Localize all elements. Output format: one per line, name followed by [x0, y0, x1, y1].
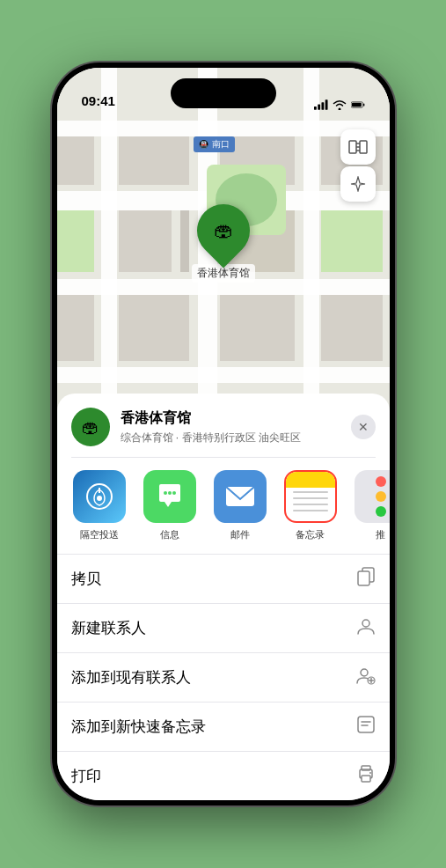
svg-rect-53: [362, 776, 370, 782]
svg-rect-24: [321, 295, 383, 361]
messages-icon-wrap: [143, 470, 196, 523]
svg-rect-2: [321, 102, 324, 109]
place-icon: 🏟: [71, 408, 110, 446]
svg-rect-25: [57, 136, 94, 185]
action-copy-label: 拷贝: [71, 569, 101, 589]
south-entrance-label: 🚇 南口: [194, 136, 236, 152]
place-name: 香港体育馆: [121, 409, 351, 428]
new-contact-icon: [356, 616, 376, 640]
action-add-contact-label: 添加到现有联系人: [71, 667, 191, 688]
svg-point-44: [362, 620, 369, 627]
share-more[interactable]: 推: [353, 470, 390, 541]
action-copy[interactable]: 拷贝: [57, 554, 390, 603]
svg-rect-54: [362, 766, 370, 770]
status-time: 09:41: [82, 93, 115, 110]
action-new-contact[interactable]: 新建联系人: [57, 603, 390, 652]
svg-rect-6: [351, 103, 361, 107]
battery-icon: [351, 99, 365, 110]
svg-rect-3: [325, 99, 327, 109]
print-icon: [356, 764, 376, 788]
action-quick-note[interactable]: 添加到新快速备忘录: [57, 702, 390, 751]
notes-yellow-header: [286, 472, 335, 488]
svg-rect-30: [349, 141, 356, 153]
action-print-label: 打印: [71, 766, 101, 786]
svg-rect-17: [180, 210, 189, 272]
svg-rect-15: [119, 136, 189, 185]
svg-point-36: [97, 496, 102, 501]
messages-icon: [154, 481, 186, 512]
svg-rect-16: [119, 210, 172, 272]
close-button[interactable]: ✕: [351, 415, 376, 439]
signal-icon: [314, 99, 328, 110]
phone-frame: 09:41: [52, 63, 395, 805]
action-new-contact-label: 新建联系人: [71, 618, 146, 638]
status-icons: [314, 99, 365, 110]
svg-rect-0: [314, 107, 317, 110]
place-subtitle: 综合体育馆 · 香港特别行政区 油尖旺区: [121, 430, 351, 445]
mail-icon-wrap: [214, 470, 267, 523]
svg-rect-49: [358, 717, 374, 732]
place-info: 香港体育馆 综合体育馆 · 香港特别行政区 油尖旺区: [121, 409, 351, 445]
copy-icon: [356, 567, 376, 591]
dot-yellow: [376, 491, 386, 502]
bottom-sheet: 🏟 香港体育馆 综合体育馆 · 香港特别行政区 油尖旺区 ✕: [57, 394, 390, 800]
share-airdrop[interactable]: 隔空投送: [71, 470, 128, 541]
more-label: 推: [376, 528, 385, 541]
action-quick-note-label: 添加到新快速备忘录: [71, 717, 206, 737]
svg-point-40: [172, 491, 176, 495]
notes-lines: [293, 491, 328, 511]
svg-rect-1: [318, 105, 320, 110]
pin-icon: 🏟: [186, 194, 260, 268]
svg-rect-20: [119, 295, 189, 361]
airdrop-icon: [85, 482, 113, 511]
map-area[interactable]: 🚇 南口: [57, 68, 390, 438]
notes-icon-wrap: [284, 470, 337, 523]
svg-rect-26: [57, 210, 94, 272]
wifi-icon: [333, 99, 347, 110]
svg-rect-14: [303, 68, 319, 438]
messages-label: 信息: [160, 528, 179, 541]
mail-label: 邮件: [230, 528, 250, 541]
svg-rect-27: [57, 295, 94, 361]
mail-icon: [224, 483, 256, 510]
phone-screen: 09:41: [57, 68, 390, 800]
dot-green: [376, 506, 386, 517]
map-type-button[interactable]: [340, 129, 376, 165]
dynamic-island: [171, 78, 276, 108]
action-add-contact[interactable]: 添加到现有联系人: [57, 652, 390, 702]
quick-note-icon: [356, 715, 376, 739]
notes-label: 备忘录: [296, 528, 325, 541]
svg-rect-21: [220, 295, 295, 361]
svg-rect-31: [360, 141, 367, 153]
svg-point-55: [369, 772, 371, 774]
svg-rect-43: [358, 571, 369, 585]
airdrop-icon-wrap: [73, 470, 126, 523]
map-controls: [340, 129, 376, 202]
svg-rect-12: [101, 68, 117, 438]
svg-rect-5: [363, 103, 364, 106]
svg-point-39: [168, 491, 172, 495]
place-header: 🏟 香港体育馆 综合体育馆 · 香港特别行政区 油尖旺区 ✕: [57, 408, 390, 457]
svg-rect-23: [321, 210, 383, 272]
add-contact-icon: [356, 666, 376, 689]
share-mail[interactable]: 邮件: [212, 470, 268, 541]
share-row: 隔空投送 信息: [57, 458, 390, 554]
location-pin: 🏟 香港体育馆: [192, 204, 255, 283]
airdrop-label: 隔空投送: [80, 528, 119, 541]
dot-red: [376, 476, 386, 487]
svg-point-45: [361, 669, 368, 676]
svg-point-38: [164, 491, 167, 495]
action-print[interactable]: 打印: [57, 751, 390, 800]
location-button[interactable]: [340, 166, 376, 202]
share-notes[interactable]: 备忘录: [282, 470, 339, 541]
share-messages[interactable]: 信息: [142, 470, 198, 541]
more-icon-wrap: [355, 470, 390, 523]
